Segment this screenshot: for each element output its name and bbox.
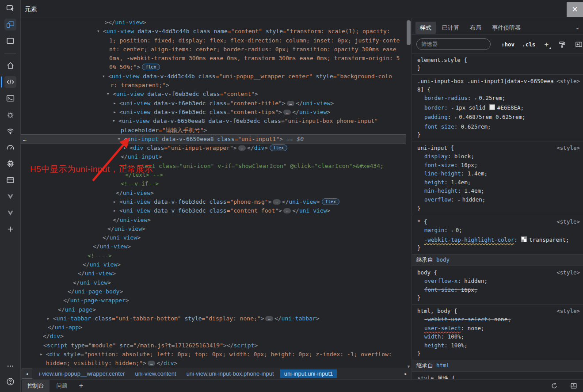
property-value[interactable]: 1.4em; [451, 179, 471, 186]
property-value[interactable]: 0.46875rem 0.625rem; [459, 114, 526, 120]
css-property[interactable]: user-select: none; [412, 324, 583, 333]
css-property[interactable]: min-height: 1.4em; [412, 186, 583, 195]
css-property[interactable]: font-size: 0.625rem; [412, 122, 583, 131]
property-value[interactable]: 100%; [448, 333, 465, 340]
elements-icon[interactable] [0, 74, 20, 90]
breadcrumb-item[interactable]: i-view.uni-popup__wrapper.center [35, 369, 129, 378]
css-property[interactable]: font-size: 16px; [412, 285, 583, 294]
inline-expand-button[interactable]: … [238, 145, 246, 151]
dom-tree-row[interactable]: </uni-page> [20, 305, 406, 314]
flex-badge[interactable]: flex [322, 198, 339, 205]
inline-expand-button[interactable]: … [283, 208, 291, 213]
tab-event-listeners[interactable]: 事件侦听器 [488, 22, 525, 34]
breadcrumb-scroll-right-icon[interactable]: ▸ [401, 369, 411, 378]
property-value[interactable]: 1.4em; [468, 170, 488, 177]
property-name[interactable]: display [424, 153, 448, 160]
css-property[interactable]: height: 100%; [412, 341, 583, 350]
style-source-link[interactable]: <style> [556, 144, 580, 152]
dom-tree-row[interactable]: ▸<uni-tabbar class="uni-tabbar-bottom" s… [20, 314, 406, 323]
breadcrumb-item[interactable]: uni-view.uni-input-box.phone-input [183, 369, 278, 378]
property-value[interactable]: none; [468, 325, 484, 331]
dom-tree-row[interactable]: ▸<uni-view data-v-f6eb3edc class="conten… [20, 108, 406, 117]
dom-tree-row[interactable]: <!-- <text class="uni-icon" v-if="showCl… [20, 162, 406, 171]
dom-tree-row[interactable]: </uni-view> [20, 269, 406, 278]
property-value[interactable]: 0.625rem; [461, 123, 491, 130]
rule-selector[interactable]: .uni-input-box .uni-input1[data-v-6650ee… [412, 75, 583, 94]
network-icon[interactable] [0, 123, 20, 139]
css-property[interactable]: padding: ▸0.46875rem 0.625rem; [412, 113, 583, 122]
style-source-link[interactable]: <style> [556, 217, 580, 226]
property-name[interactable]: font-size [424, 286, 454, 293]
dom-tree-row[interactable]: 1; position: fixed; display: flex; flex-… [20, 36, 406, 45]
rule-selector[interactable]: body {<style> [412, 266, 583, 277]
inline-expand-button[interactable]: … [283, 110, 291, 115]
inline-expand-button[interactable]: … [273, 199, 280, 205]
tab-computed[interactable]: 已计算 [438, 22, 464, 34]
css-property[interactable]: -webkit-user-select: none; [412, 315, 583, 324]
css-property[interactable]: overflow: ▸hidden; [412, 195, 583, 205]
property-value[interactable]: hidden; [464, 278, 488, 284]
application-icon[interactable] [0, 172, 20, 188]
css-property[interactable]: border-radius: ▸0.25rem; [412, 94, 583, 103]
shorthand-expand-icon[interactable]: ▸ [458, 198, 460, 202]
dom-tree-row[interactable]: ▾<uni-view data-v-f6eb3edc class="conten… [20, 90, 406, 99]
twisty-right-icon[interactable]: ▸ [113, 206, 116, 215]
dock-panel-icon[interactable] [570, 382, 578, 390]
property-name[interactable]: width [424, 333, 441, 340]
twisty-right-icon[interactable]: ▸ [113, 99, 116, 108]
css-property[interactable]: font-size: 16px; [412, 161, 583, 170]
dom-tree-row[interactable]: ▾<uni-view data-v-4dd3c44b class name="c… [20, 27, 406, 36]
new-style-rule-button[interactable]: + [544, 41, 549, 48]
inline-expand-button[interactable]: … [148, 361, 155, 366]
element-classes-button[interactable]: .cls [522, 41, 535, 48]
dom-tree-row[interactable]: ▾<uni-view data-v-6650eea8 data-v-f6eb3e… [20, 117, 406, 126]
css-property[interactable]: height: 1.4em; [412, 178, 583, 187]
property-name[interactable]: min-height [424, 187, 457, 194]
flex-badge[interactable]: flex [270, 145, 287, 151]
twisty-right-icon[interactable]: ▸ [123, 144, 126, 152]
rule-selector[interactable]: * {<style> [412, 215, 583, 226]
selected-row-ellipsis-icon[interactable]: … [23, 135, 27, 144]
style-filter-input[interactable] [416, 38, 491, 50]
rule-selector[interactable]: uni-input {<style> [412, 141, 583, 152]
breadcrumb-item[interactable]: uni-input.uni-input1 [280, 369, 337, 378]
dom-tree-row[interactable]: </div> [20, 332, 406, 341]
color-swatch[interactable] [521, 236, 527, 242]
dom-tree-row[interactable]: </uni-page-body> [20, 287, 406, 296]
help-icon[interactable] [0, 374, 20, 389]
dom-tree-row[interactable]: ▸<uni-view data-v-f6eb3edc class="conten… [20, 206, 406, 215]
property-name[interactable]: border [424, 104, 444, 111]
property-value[interactable]: 0; [456, 227, 462, 233]
dom-tree-row[interactable]: <!--v-if--> [20, 179, 406, 188]
property-name[interactable]: height [424, 342, 444, 349]
memory-icon[interactable] [0, 156, 20, 172]
history-refresh-icon[interactable] [550, 382, 558, 390]
property-name[interactable]: line-height [424, 170, 461, 177]
breadcrumb-item[interactable]: uni-view.content [131, 369, 180, 378]
twisty-down-icon[interactable]: ▾ [102, 72, 105, 81]
console-panel-icon[interactable] [0, 90, 20, 107]
style-source-link[interactable]: <style> [556, 268, 580, 277]
property-value[interactable]: 16px; [461, 286, 478, 293]
inline-expand-button[interactable]: … [265, 316, 273, 321]
property-value[interactable]: 1.4em; [464, 187, 484, 194]
property-name[interactable]: padding [424, 114, 448, 120]
dom-tree-row[interactable]: <script type="module" src="/main.js?t=17… [20, 341, 406, 350]
css-property[interactable]: border: ▸1px solid #E6E8EA; [412, 103, 583, 113]
property-name[interactable]: border-radius [424, 95, 468, 101]
property-name[interactable]: overflow [424, 196, 451, 203]
dom-tree-row[interactable]: …▾<uni-input data-v-6650eea8 class="uni-… [20, 135, 406, 144]
dom-tree-row[interactable]: </uni-view> [20, 189, 406, 198]
color-swatch[interactable] [489, 104, 495, 110]
shorthand-expand-icon[interactable]: ▸ [455, 115, 457, 120]
close-icon[interactable]: ✕ [567, 2, 583, 17]
css-property[interactable]: line-height: 1.4em; [412, 169, 583, 178]
css-property[interactable]: display: block; [412, 152, 583, 161]
dom-tree-row[interactable]: </uni-view> [20, 278, 406, 287]
property-name[interactable]: overflow-x [424, 278, 457, 284]
dom-tree-row[interactable]: ▸<uni-view data-v-f6eb3edc class="conten… [20, 99, 406, 108]
dom-tree-row[interactable]: 0ms, -webkit-transform 300ms ease 0ms, t… [20, 54, 406, 63]
rule-selector[interactable]: html, body {<style> [412, 304, 583, 315]
css-property[interactable]: -webkit-tap-highlight-color: transparent… [412, 236, 583, 244]
dom-tree-row[interactable]: ▸<div class="uni-input-wrapper">…</div>f… [20, 144, 406, 152]
